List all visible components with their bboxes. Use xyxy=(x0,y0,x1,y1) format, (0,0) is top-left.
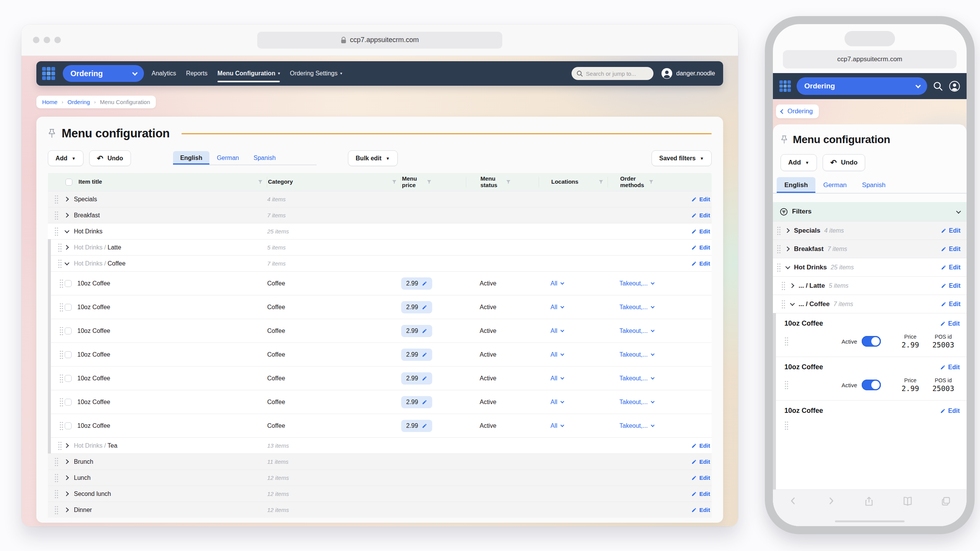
bulk-edit-button[interactable]: Bulk edit▼ xyxy=(348,150,397,166)
edit-button[interactable]: Edit xyxy=(940,364,960,371)
active-toggle[interactable] xyxy=(862,336,881,347)
tab-spanish[interactable]: Spanish xyxy=(854,177,893,193)
filter-icon[interactable] xyxy=(598,179,604,185)
avatar-icon[interactable] xyxy=(949,81,960,92)
pin-icon[interactable] xyxy=(781,135,788,144)
drag-handle[interactable] xyxy=(48,227,65,236)
locations-dropdown[interactable]: All xyxy=(550,399,563,406)
drag-handle-icon[interactable] xyxy=(781,300,786,309)
edit-button[interactable]: Edit xyxy=(691,196,712,202)
edit-button[interactable]: Edit xyxy=(941,282,960,289)
chevron-right-icon[interactable] xyxy=(64,507,69,512)
tab-german[interactable]: German xyxy=(209,151,246,165)
breadcrumb-home[interactable]: Home xyxy=(42,99,57,105)
edit-button[interactable]: Edit xyxy=(940,408,960,414)
breadcrumb-ordering[interactable]: Ordering xyxy=(67,99,90,105)
drag-handle[interactable] xyxy=(48,457,65,466)
app-switcher-dropdown[interactable]: Ordering xyxy=(797,77,927,95)
add-button[interactable]: Add▼ xyxy=(781,154,817,171)
drag-handle-icon[interactable] xyxy=(784,337,789,346)
app-switcher-dropdown[interactable]: Ordering xyxy=(63,65,144,82)
order-methods-dropdown[interactable]: Takeout,... xyxy=(619,422,653,429)
app-launcher-icon[interactable] xyxy=(779,80,791,92)
drag-handle-icon[interactable] xyxy=(784,421,789,430)
home-indicator[interactable] xyxy=(835,520,905,522)
drag-handle-icon[interactable] xyxy=(781,281,786,290)
chevron-down-icon[interactable] xyxy=(65,228,70,233)
edit-button[interactable]: Edit xyxy=(941,246,960,253)
row-checkbox[interactable] xyxy=(65,375,72,382)
window-controls[interactable] xyxy=(33,37,61,43)
row-checkbox[interactable] xyxy=(65,280,72,287)
order-methods-dropdown[interactable]: Takeout,... xyxy=(619,399,653,406)
chevron-right-icon[interactable] xyxy=(785,246,790,251)
chevron-right-icon[interactable] xyxy=(64,245,69,250)
edit-button[interactable]: Edit xyxy=(691,212,712,218)
tab-spanish[interactable]: Spanish xyxy=(246,151,283,165)
edit-button[interactable]: Edit xyxy=(941,264,960,271)
price-edit-field[interactable]: 2.99 xyxy=(401,349,432,361)
chevron-right-icon[interactable] xyxy=(64,197,69,202)
back-button[interactable]: Ordering xyxy=(776,104,819,118)
row-checkbox[interactable] xyxy=(65,304,72,311)
locations-dropdown[interactable]: All xyxy=(550,328,563,334)
tab-german[interactable]: German xyxy=(815,177,854,193)
edit-button[interactable]: Edit xyxy=(691,442,712,449)
price-edit-field[interactable]: 2.99 xyxy=(401,325,432,337)
edit-button[interactable]: Edit xyxy=(941,227,960,234)
locations-dropdown[interactable]: All xyxy=(550,280,563,287)
locations-dropdown[interactable]: All xyxy=(550,304,563,311)
edit-button[interactable]: Edit xyxy=(691,507,712,513)
tab-english[interactable]: English xyxy=(173,151,210,165)
app-launcher-icon[interactable] xyxy=(42,67,55,80)
chevron-right-icon[interactable] xyxy=(64,491,69,496)
price-edit-field[interactable]: 2.99 xyxy=(401,420,432,432)
drag-handle[interactable] xyxy=(48,489,65,499)
mobile-address-bar[interactable]: ccp7.appsuitecrm.com xyxy=(783,50,957,68)
order-methods-dropdown[interactable]: Takeout,... xyxy=(619,375,653,382)
nav-item-reports[interactable]: Reports xyxy=(186,70,207,77)
drag-handle-icon[interactable] xyxy=(777,226,781,235)
order-methods-dropdown[interactable]: Takeout,... xyxy=(619,328,653,334)
search-icon[interactable] xyxy=(933,81,943,91)
select-all-checkbox[interactable] xyxy=(65,179,72,186)
pin-icon[interactable] xyxy=(48,129,56,139)
edit-button[interactable]: Edit xyxy=(691,260,712,267)
tab-english[interactable]: English xyxy=(777,177,815,193)
row-checkbox[interactable] xyxy=(65,351,72,358)
back-nav-icon[interactable] xyxy=(788,496,798,506)
edit-button[interactable]: Edit xyxy=(691,244,712,251)
chevron-right-icon[interactable] xyxy=(64,459,69,464)
locations-dropdown[interactable]: All xyxy=(550,422,563,429)
nav-item-menu-configuration[interactable]: Menu Configuration▾ xyxy=(217,70,280,77)
price-edit-field[interactable]: 2.99 xyxy=(401,372,432,385)
edit-button[interactable]: Edit xyxy=(691,458,712,465)
price-edit-field[interactable]: 2.99 xyxy=(401,301,432,313)
chevron-down-icon[interactable] xyxy=(786,264,791,269)
filter-icon[interactable] xyxy=(648,179,654,185)
saved-filters-button[interactable]: Saved filters▼ xyxy=(652,150,712,166)
chevron-right-icon[interactable] xyxy=(64,475,69,480)
nav-item-analytics[interactable]: Analytics xyxy=(152,70,176,77)
undo-button[interactable]: ↶Undo xyxy=(89,150,131,166)
window-close-button[interactable] xyxy=(33,37,39,43)
edit-button[interactable]: Edit xyxy=(691,474,712,481)
edit-button[interactable]: Edit xyxy=(691,228,712,235)
filter-icon[interactable] xyxy=(506,179,511,185)
edit-button[interactable]: Edit xyxy=(940,320,960,327)
window-minimize-button[interactable] xyxy=(44,37,50,43)
filter-icon[interactable] xyxy=(426,179,432,185)
address-bar[interactable]: ccp7.appsuitecrm.com xyxy=(257,32,502,49)
row-checkbox[interactable] xyxy=(65,399,72,406)
filter-icon[interactable] xyxy=(258,179,263,185)
share-icon[interactable] xyxy=(864,496,874,507)
drag-handle[interactable] xyxy=(48,505,65,515)
order-methods-dropdown[interactable]: Takeout,... xyxy=(619,280,653,287)
filter-icon[interactable] xyxy=(392,179,397,185)
forward-nav-icon[interactable] xyxy=(826,496,836,506)
chevron-down-icon[interactable] xyxy=(65,261,70,266)
user-menu[interactable]: danger.noodle xyxy=(661,68,715,79)
drag-handle-icon[interactable] xyxy=(784,380,789,390)
drag-handle-icon[interactable] xyxy=(777,263,781,272)
locations-dropdown[interactable]: All xyxy=(550,375,563,382)
